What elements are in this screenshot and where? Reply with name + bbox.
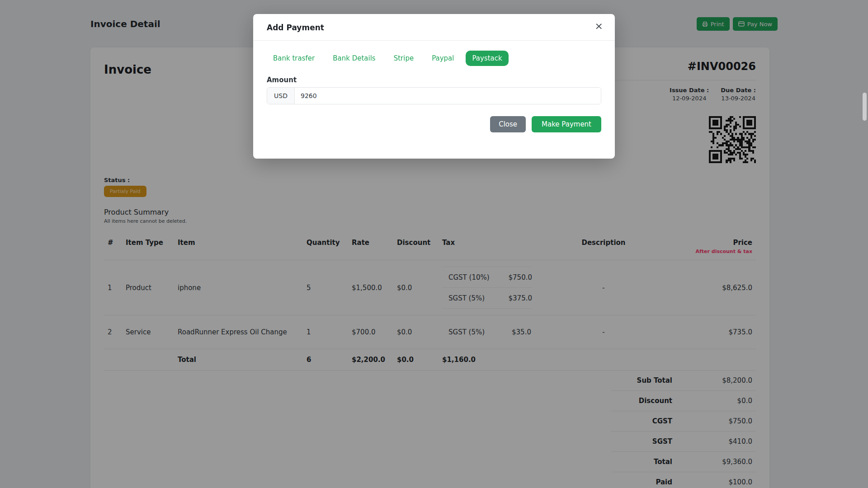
close-button[interactable]: Close: [490, 116, 526, 132]
modal-header: Add Payment ×: [253, 14, 615, 41]
tab-paystack[interactable]: Paystack: [466, 51, 508, 66]
modal-title: Add Payment: [267, 23, 601, 32]
add-payment-modal: Add Payment × Bank trasfer Bank Details …: [253, 14, 615, 159]
amount-input[interactable]: [295, 88, 601, 104]
modal-body: Bank trasfer Bank Details Stripe Paypal …: [253, 41, 615, 104]
tab-stripe[interactable]: Stripe: [387, 51, 420, 66]
amount-input-group: USD: [267, 87, 601, 104]
amount-label: Amount: [267, 76, 601, 84]
scrollbar-thumb[interactable]: [863, 93, 867, 121]
currency-prefix: USD: [267, 88, 295, 104]
make-payment-button[interactable]: Make Payment: [532, 116, 601, 132]
tab-bank-details[interactable]: Bank Details: [326, 51, 382, 66]
tab-paypal[interactable]: Paypal: [425, 51, 460, 66]
close-icon[interactable]: ×: [595, 21, 603, 31]
tab-bank-transfer[interactable]: Bank trasfer: [267, 51, 321, 66]
payment-method-tabs: Bank trasfer Bank Details Stripe Paypal …: [267, 51, 601, 66]
modal-footer: Close Make Payment: [253, 104, 615, 159]
